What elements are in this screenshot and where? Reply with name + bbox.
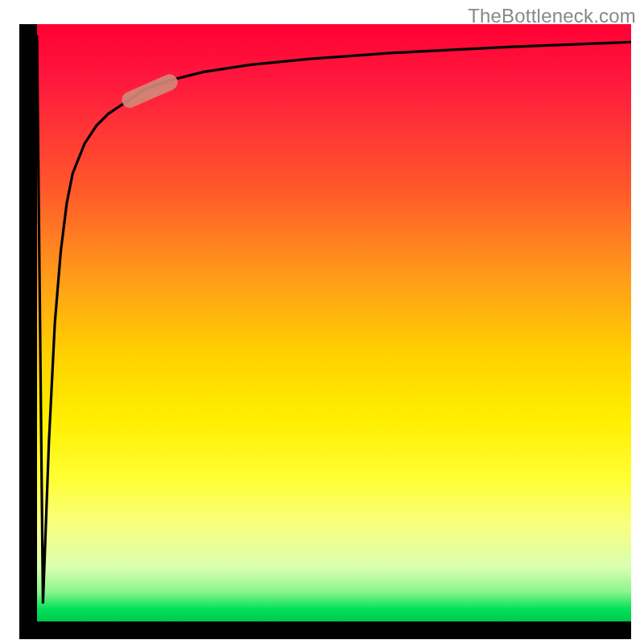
x-axis xyxy=(19,621,631,639)
chart-container: TheBottleneck.com xyxy=(0,0,644,644)
watermark-text: TheBottleneck.com xyxy=(468,5,636,27)
bottleneck-curve xyxy=(37,36,631,604)
y-axis xyxy=(19,24,37,636)
curve-svg xyxy=(37,24,631,621)
